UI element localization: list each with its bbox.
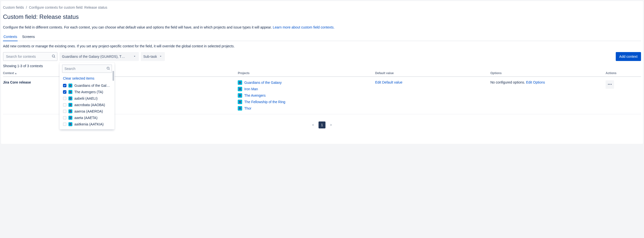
dropdown-search-input[interactable] [62,64,112,73]
next-page-button[interactable] [328,121,335,129]
dropdown-option[interactable]: aaeta (AAETA) [60,114,114,121]
toolbar: Guardians of the Galaxy (GUARDS), The Av… [3,52,641,61]
svg-point-0 [52,55,54,57]
project-icon [68,103,72,107]
dropdown-option-label: Guardians of the Galax… [74,84,111,88]
svg-line-3 [109,69,110,70]
dropdown-option-label: The Avengers (TA) [74,90,103,94]
project-filter-dropdown: Clear selected items Guardians of the Ga… [60,62,114,130]
dropdown-option[interactable]: aaeroa (AAEROA) [60,108,114,114]
learn-more-link[interactable]: Learn more about custom field contexts. [273,25,335,29]
edit-options-link[interactable]: Edit Options [526,80,545,84]
edit-default-value-link[interactable]: Edit Default value [375,80,402,84]
project-filter-label: Guardians of the Galaxy (GUARDS), The Av… [62,54,126,58]
dropdown-option[interactable]: The Avengers (TA) [60,89,114,95]
dropdown-option[interactable]: Guardians of the Galax… [60,82,114,89]
dropdown-option-label: aaeroa (AAEROA) [74,109,103,113]
default-value-cell: Edit Default value [375,76,490,114]
project-icon [238,100,242,104]
search-input[interactable] [3,52,58,61]
checkbox[interactable] [63,110,66,113]
breadcrumb-separator: / [26,6,27,10]
project-icon [238,87,242,91]
tab-screens[interactable]: Screens [22,33,35,41]
project-link: Iron Man [238,87,372,91]
project-link-text[interactable]: Guardians of the Galaxy [244,80,282,84]
project-icon [68,96,72,100]
search-icon [106,66,110,71]
page-container: Custom fields / Configure contexts for c… [1,1,643,144]
project-icon [238,80,242,85]
page-description: Configure the field in different context… [3,25,641,29]
description-text: Configure the field in different context… [3,25,273,29]
project-link: Thor [238,106,372,110]
checkbox[interactable] [63,122,66,126]
tab-contexts[interactable]: Contexts [3,33,18,41]
project-link-text[interactable]: Iron Man [244,87,258,91]
dropdown-option[interactable]: aabelii (AAELI) [60,95,114,102]
clear-selected-button[interactable]: Clear selected items [60,74,114,82]
chevron-down-icon [159,54,162,59]
dropdown-option-label: aaeta (AAETA) [74,116,98,120]
projects-cell: Guardians of the GalaxyIron ManThe Aveng… [238,76,375,114]
th-actions: Actions [606,70,641,76]
dropdown-option-label: aaitkenia (AATKIA) [74,122,104,126]
search-icon [52,54,56,59]
sort-icon: ▲ [15,72,17,74]
project-link-text[interactable]: Thor [244,106,251,110]
issuetype-filter-button[interactable]: Sub-task [141,52,165,61]
project-icon [238,93,242,98]
checkbox[interactable] [63,97,66,100]
chevron-down-icon [133,54,136,59]
more-actions-button[interactable] [606,80,614,89]
svg-point-5 [609,84,610,84]
project-icon [68,122,72,126]
page-number-current[interactable]: 1 [318,122,326,128]
project-link: Guardians of the Galaxy [238,80,372,85]
options-cell: No configured options. Edit Options [490,76,606,114]
dropdown-search [62,64,112,73]
checkbox[interactable] [63,90,66,94]
actions-cell [606,76,641,114]
svg-point-4 [608,84,609,84]
th-context[interactable]: Context ▲ [3,70,238,76]
chevron-left-icon [310,123,315,127]
search-contexts [3,52,58,61]
checkbox[interactable] [63,103,66,106]
th-default-value: Default value [375,70,490,76]
checkbox[interactable] [63,84,66,87]
project-link: The Fellowship of the Ring [238,100,372,104]
options-text: No configured options. [490,80,526,84]
tabs: Contexts Screens [3,33,641,41]
project-icon [238,106,242,110]
dropdown-option[interactable]: aacrobata (AAOBA) [60,102,114,108]
tab-description: Add new contexts or manage the existing … [3,44,641,48]
th-options: Options [490,70,606,76]
page-title: Custom field: Release status [3,14,641,20]
more-icon [607,82,612,88]
project-icon [68,84,72,88]
project-icon [68,116,72,120]
svg-line-1 [54,57,55,58]
project-link-text[interactable]: The Fellowship of the Ring [244,100,285,104]
project-filter-button[interactable]: Guardians of the Galaxy (GUARDS), The Av… [60,52,139,61]
add-context-button[interactable]: Add context [616,52,641,61]
svg-point-6 [611,84,612,84]
dropdown-option-label: aacrobata (AAOBA) [74,103,105,107]
prev-page-button[interactable] [309,121,316,129]
breadcrumb-root[interactable]: Custom fields [3,6,24,10]
context-name-cell: Jira Core release [3,76,238,114]
project-link-text[interactable]: The Avengers [244,94,266,98]
breadcrumb: Custom fields / Configure contexts for c… [3,4,641,12]
chevron-right-icon [329,123,334,127]
svg-point-2 [107,67,109,70]
checkbox[interactable] [63,116,66,120]
project-icon [68,90,72,94]
dropdown-option-label: aabelii (AAELI) [74,96,98,100]
project-icon [68,109,72,113]
th-projects: Projects [238,70,375,76]
scrollbar-thumb[interactable] [112,71,114,81]
dropdown-option[interactable]: aaitkenia (AATKIA) [60,121,114,128]
breadcrumb-current: Configure contexts for custom field: Rel… [29,6,107,10]
dropdown-options: Clear selected items Guardians of the Ga… [60,74,114,128]
